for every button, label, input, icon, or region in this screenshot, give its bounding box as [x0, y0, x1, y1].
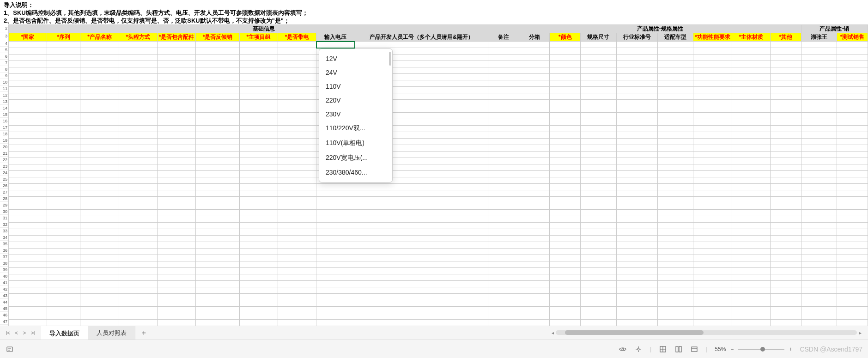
- cell[interactable]: [581, 287, 617, 294]
- column-header[interactable]: 适配车型: [657, 33, 693, 42]
- cell[interactable]: [801, 287, 837, 294]
- row-number[interactable]: 26: [0, 182, 8, 189]
- cell[interactable]: [239, 113, 278, 119]
- cell[interactable]: [801, 223, 837, 229]
- cell[interactable]: [80, 132, 119, 139]
- cell[interactable]: [837, 93, 868, 100]
- cell[interactable]: [196, 55, 239, 61]
- cell[interactable]: [9, 216, 47, 223]
- cell[interactable]: [616, 55, 657, 61]
- cell[interactable]: [80, 274, 119, 281]
- cell[interactable]: [9, 255, 47, 261]
- cell[interactable]: [47, 184, 80, 190]
- cell[interactable]: [80, 268, 119, 274]
- view-normal-icon[interactable]: [659, 345, 667, 353]
- cell[interactable]: [519, 268, 550, 274]
- cell[interactable]: [9, 249, 47, 255]
- cell[interactable]: [581, 171, 617, 177]
- data-table[interactable]: 基础信息产品属性-规格属性产品属性-销*国家*序列*产品名称*头程方式*是否包含…: [8, 24, 868, 339]
- cell[interactable]: [801, 261, 837, 268]
- row-number[interactable]: 6: [0, 53, 8, 60]
- cell[interactable]: [581, 268, 617, 274]
- cell[interactable]: [732, 87, 770, 93]
- cell[interactable]: [239, 307, 278, 313]
- cell[interactable]: [550, 281, 581, 287]
- cell[interactable]: [9, 287, 47, 294]
- cell[interactable]: [732, 255, 770, 261]
- cell[interactable]: [616, 255, 657, 261]
- cell[interactable]: [837, 287, 868, 294]
- cell[interactable]: [158, 126, 196, 132]
- cell[interactable]: [9, 203, 47, 210]
- cell[interactable]: [488, 119, 519, 126]
- cell[interactable]: [693, 93, 732, 100]
- cell[interactable]: [550, 313, 581, 320]
- cell[interactable]: [801, 119, 837, 126]
- center-icon[interactable]: [634, 345, 643, 353]
- cell[interactable]: [196, 67, 239, 74]
- cell[interactable]: [278, 80, 316, 87]
- cell[interactable]: [732, 158, 770, 164]
- cell[interactable]: [119, 210, 157, 216]
- cell[interactable]: [770, 55, 801, 61]
- cell[interactable]: [732, 294, 770, 300]
- add-sheet-button[interactable]: +: [135, 326, 152, 340]
- cell[interactable]: [770, 93, 801, 100]
- cell[interactable]: [196, 320, 239, 326]
- cell[interactable]: [158, 294, 196, 300]
- row-number[interactable]: 24: [0, 170, 8, 176]
- cell[interactable]: [693, 119, 732, 126]
- cell[interactable]: [837, 164, 868, 171]
- cell[interactable]: [316, 307, 355, 313]
- cell[interactable]: [158, 300, 196, 307]
- cell[interactable]: [770, 300, 801, 307]
- cell[interactable]: [488, 61, 519, 67]
- cell[interactable]: [316, 184, 355, 190]
- cell[interactable]: [355, 255, 488, 261]
- cell[interactable]: [693, 48, 732, 55]
- cell[interactable]: [239, 158, 278, 164]
- row-number[interactable]: 22: [0, 157, 8, 163]
- cell[interactable]: [239, 164, 278, 171]
- cell[interactable]: [47, 171, 80, 177]
- cell[interactable]: [657, 216, 693, 223]
- cell[interactable]: [550, 255, 581, 261]
- cell[interactable]: [581, 106, 617, 113]
- cell[interactable]: [837, 255, 868, 261]
- cell[interactable]: [801, 203, 837, 210]
- cell[interactable]: [837, 158, 868, 164]
- cell[interactable]: [488, 55, 519, 61]
- cell[interactable]: [616, 216, 657, 223]
- cell[interactable]: [801, 139, 837, 145]
- column-header[interactable]: *功能性能要求: [693, 33, 732, 42]
- cell[interactable]: [801, 171, 837, 177]
- cell[interactable]: [158, 87, 196, 93]
- cell[interactable]: [581, 203, 617, 210]
- cell[interactable]: [488, 307, 519, 313]
- cell[interactable]: [732, 48, 770, 55]
- cell[interactable]: [158, 203, 196, 210]
- cell[interactable]: [693, 242, 732, 249]
- cell[interactable]: [581, 158, 617, 164]
- cell[interactable]: [9, 236, 47, 242]
- zoom-level[interactable]: 55%: [715, 346, 726, 352]
- cell[interactable]: [196, 164, 239, 171]
- cell[interactable]: [80, 61, 119, 67]
- cell[interactable]: [837, 184, 868, 190]
- cell[interactable]: [519, 67, 550, 74]
- cell[interactable]: [519, 229, 550, 236]
- cell[interactable]: [47, 242, 80, 249]
- cell[interactable]: [657, 184, 693, 190]
- cell[interactable]: [616, 61, 657, 67]
- cell[interactable]: [581, 242, 617, 249]
- cell[interactable]: [693, 197, 732, 203]
- cell[interactable]: [693, 42, 732, 48]
- cell[interactable]: [9, 48, 47, 55]
- cell[interactable]: [47, 300, 80, 307]
- cell[interactable]: [239, 190, 278, 197]
- cell[interactable]: [80, 100, 119, 106]
- cell[interactable]: [519, 42, 550, 48]
- cell[interactable]: [316, 223, 355, 229]
- cell[interactable]: [239, 93, 278, 100]
- cell[interactable]: [581, 164, 617, 171]
